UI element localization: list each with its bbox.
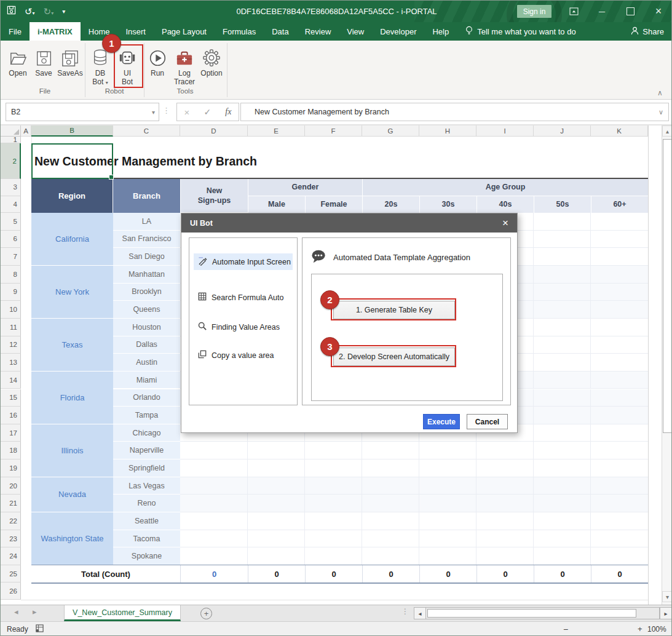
data-cell[interactable] bbox=[534, 424, 591, 442]
data-cell[interactable] bbox=[305, 495, 362, 512]
sheet-next-icon[interactable]: ▸ bbox=[33, 607, 37, 616]
column-header-K[interactable]: K bbox=[591, 125, 648, 137]
total-label-cell[interactable]: Total (Count) bbox=[31, 565, 180, 582]
ribbon-display-options-icon[interactable] bbox=[561, 1, 586, 22]
data-cell[interactable] bbox=[305, 512, 362, 530]
column-header-H[interactable]: H bbox=[419, 125, 476, 137]
row-header-20[interactable]: 20 bbox=[1, 477, 21, 495]
total-value-cell[interactable]: 0 bbox=[419, 565, 476, 582]
branch-cell-austin[interactable]: Austin bbox=[113, 354, 180, 372]
header-branch[interactable]: Branch bbox=[113, 179, 180, 213]
row-header-10[interactable]: 10 bbox=[1, 301, 21, 319]
name-box-dropdown-icon[interactable]: ▾ bbox=[152, 109, 159, 116]
row-header-9[interactable]: 9 bbox=[1, 284, 21, 301]
data-cell[interactable] bbox=[248, 477, 305, 495]
ribbon-tab-i-matrix[interactable]: i-MATRIX bbox=[30, 22, 81, 41]
row-header-21[interactable]: 21 bbox=[1, 495, 21, 512]
branch-cell-tampa[interactable]: Tampa bbox=[113, 407, 180, 424]
data-cell[interactable] bbox=[248, 530, 305, 548]
cancel-button[interactable]: Cancel bbox=[467, 414, 508, 429]
share-button[interactable]: Share bbox=[631, 22, 664, 41]
total-value-cell[interactable]: 0 bbox=[305, 565, 362, 582]
branch-cell-brooklyn[interactable]: Brooklyn bbox=[113, 284, 180, 301]
close-button[interactable]: × bbox=[646, 1, 671, 22]
data-cell[interactable] bbox=[180, 459, 248, 477]
total-value-cell[interactable]: 0 bbox=[362, 565, 419, 582]
data-cell[interactable] bbox=[419, 530, 476, 548]
header-age-30s[interactable]: 30s bbox=[419, 196, 476, 213]
data-cell[interactable] bbox=[419, 547, 476, 565]
data-cell[interactable] bbox=[534, 372, 591, 389]
data-cell[interactable] bbox=[476, 459, 534, 477]
header-age-group[interactable]: Age Group bbox=[362, 179, 648, 196]
data-cell[interactable] bbox=[476, 477, 534, 495]
row-header-18[interactable]: 18 bbox=[1, 442, 21, 459]
data-cell[interactable] bbox=[591, 354, 648, 372]
total-value-cell[interactable]: 0 bbox=[476, 565, 534, 582]
region-cell-florida[interactable]: Florida bbox=[31, 372, 113, 424]
header-region[interactable]: Region bbox=[31, 179, 113, 213]
data-cell[interactable] bbox=[476, 512, 534, 530]
data-cell[interactable] bbox=[362, 495, 419, 512]
sheet-prev-icon[interactable]: ◂ bbox=[14, 607, 18, 616]
header-male[interactable]: Male bbox=[248, 196, 305, 213]
data-cell[interactable] bbox=[180, 547, 248, 565]
ribbon-tab-file[interactable]: File bbox=[1, 22, 30, 41]
data-cell[interactable] bbox=[180, 512, 248, 530]
select-all-corner[interactable] bbox=[1, 125, 21, 137]
data-cell[interactable] bbox=[419, 477, 476, 495]
hscroll-right-icon[interactable]: ▸ bbox=[660, 607, 672, 619]
cancel-entry-icon[interactable]: × bbox=[184, 107, 190, 117]
row-header-14[interactable]: 14 bbox=[1, 372, 21, 389]
macro-record-icon[interactable] bbox=[35, 624, 44, 635]
column-header-F[interactable]: F bbox=[305, 125, 362, 137]
column-header-I[interactable]: I bbox=[476, 125, 534, 137]
ribbon-tab-insert[interactable]: Insert bbox=[117, 22, 154, 41]
data-cell[interactable] bbox=[591, 301, 648, 319]
ribbon-tab-formulas[interactable]: Formulas bbox=[215, 22, 264, 41]
column-header-A[interactable]: A bbox=[21, 125, 31, 137]
branch-cell-chicago[interactable]: Chicago bbox=[113, 424, 180, 442]
header-age-60+[interactable]: 60+ bbox=[591, 196, 648, 213]
data-cell[interactable] bbox=[305, 459, 362, 477]
total-value-cell[interactable]: 0 bbox=[180, 565, 248, 582]
confirm-entry-icon[interactable]: ✓ bbox=[204, 107, 211, 117]
data-cell[interactable] bbox=[180, 495, 248, 512]
data-cell[interactable] bbox=[591, 266, 648, 284]
data-cell[interactable] bbox=[476, 495, 534, 512]
data-cell[interactable] bbox=[591, 459, 648, 477]
total-value-cell[interactable]: 0 bbox=[248, 565, 305, 582]
data-cell[interactable] bbox=[534, 213, 591, 231]
ribbon-tab-view[interactable]: View bbox=[339, 22, 372, 41]
horizontal-scrollbar-thumb[interactable] bbox=[427, 609, 636, 618]
save-icon[interactable] bbox=[7, 6, 16, 17]
data-cell[interactable] bbox=[180, 477, 248, 495]
row-header-13[interactable]: 13 bbox=[1, 354, 21, 372]
collapse-ribbon-icon[interactable]: ∧ bbox=[657, 89, 663, 97]
zoom-out-icon[interactable]: − bbox=[563, 624, 568, 634]
data-cell[interactable] bbox=[534, 459, 591, 477]
data-cell[interactable] bbox=[534, 407, 591, 424]
data-cell[interactable] bbox=[591, 284, 648, 301]
data-cell[interactable] bbox=[534, 512, 591, 530]
data-cell[interactable] bbox=[534, 477, 591, 495]
region-cell-texas[interactable]: Texas bbox=[31, 319, 113, 372]
run-button[interactable]: Run bbox=[146, 45, 169, 78]
data-cell[interactable] bbox=[591, 495, 648, 512]
data-cell[interactable] bbox=[248, 495, 305, 512]
row-header-6[interactable]: 6 bbox=[1, 231, 21, 248]
header-new-signups[interactable]: NewSign-ups bbox=[180, 179, 248, 213]
row-header-16[interactable]: 16 bbox=[1, 407, 21, 424]
branch-cell-tacoma[interactable]: Tacoma bbox=[113, 530, 180, 548]
data-cell[interactable] bbox=[180, 442, 248, 459]
data-cell[interactable] bbox=[419, 512, 476, 530]
data-cell[interactable] bbox=[362, 442, 419, 459]
dialog-menu-finding-value-areas[interactable]: Finding Value Areas bbox=[194, 319, 293, 335]
data-cell[interactable] bbox=[362, 459, 419, 477]
formula-bar-expand-icon[interactable]: ∨ bbox=[658, 108, 668, 116]
data-cell[interactable] bbox=[591, 336, 648, 354]
sign-in-button[interactable]: Sign in bbox=[517, 5, 551, 18]
header-gender[interactable]: Gender bbox=[248, 179, 362, 196]
row-header-4[interactable]: 4 bbox=[1, 196, 21, 213]
branch-cell-seattle[interactable]: Seattle bbox=[113, 512, 180, 530]
